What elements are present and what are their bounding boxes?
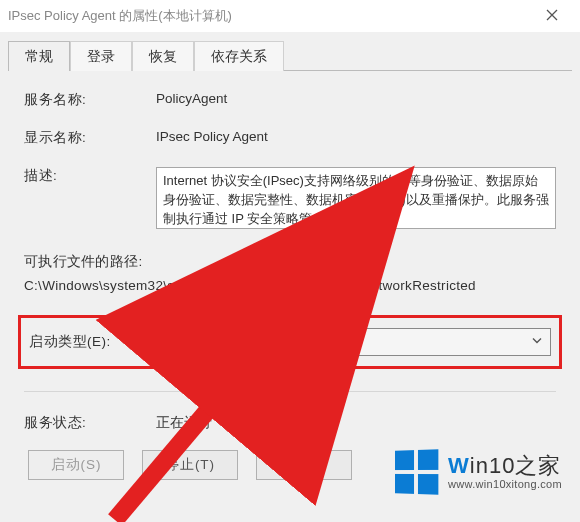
watermark-url: www.win10xitong.com (448, 478, 562, 491)
row-service-name: 服务名称: PolicyAgent (24, 89, 556, 109)
watermark: Win10之家 www.win10xitong.com (394, 450, 562, 494)
value-service-name: PolicyAgent (156, 89, 556, 106)
tab-dependencies[interactable]: 依存关系 (194, 41, 284, 71)
close-button[interactable] (532, 2, 572, 30)
row-executable: 可执行文件的路径: C:\Windows\system32\svchost.ex… (24, 250, 556, 299)
separator (24, 391, 556, 392)
label-display-name: 显示名称: (24, 127, 156, 147)
label-startup-type: 启动类型(E): (29, 333, 161, 351)
start-button[interactable]: 启动(S) (28, 450, 124, 480)
label-service-name: 服务名称: (24, 89, 156, 109)
row-display-name: 显示名称: IPsec Policy Agent (24, 127, 556, 147)
startup-type-select-wrap: 自动 (161, 328, 551, 356)
watermark-brand-rest: in10之家 (470, 453, 562, 478)
row-description: 描述: (24, 165, 556, 232)
row-service-status: 服务状态: 正在运行 (24, 412, 556, 432)
tab-logon[interactable]: 登录 (70, 41, 132, 71)
tabs-container: 常规 登录 恢复 依存关系 服务名称: PolicyAgent 显示名称: IP… (0, 32, 580, 492)
window-title: IPsec Policy Agent 的属性(本地计算机) (8, 7, 532, 25)
close-icon (546, 9, 558, 24)
tab-recovery[interactable]: 恢复 (132, 41, 194, 71)
label-executable: 可执行文件的路径: (24, 250, 556, 274)
startup-type-select[interactable]: 自动 (161, 328, 551, 356)
watermark-brand-initial: W (448, 453, 470, 478)
titlebar: IPsec Policy Agent 的属性(本地计算机) (0, 0, 580, 32)
tab-strip: 常规 登录 恢复 依存关系 (8, 40, 572, 71)
windows-logo-icon (395, 449, 438, 494)
watermark-text: Win10之家 www.win10xitong.com (448, 453, 562, 491)
label-service-status: 服务状态: (24, 412, 156, 432)
general-panel: 服务名称: PolicyAgent 显示名称: IPsec Policy Age… (8, 71, 572, 492)
value-description-wrap (156, 165, 556, 232)
pause-button[interactable]: 暂停 (256, 450, 352, 480)
description-textarea[interactable] (156, 167, 556, 229)
watermark-brand: Win10之家 (448, 453, 562, 478)
row-startup-type: 启动类型(E): 自动 (18, 315, 562, 369)
properties-dialog: IPsec Policy Agent 的属性(本地计算机) 常规 登录 恢复 依… (0, 0, 580, 522)
value-service-status: 正在运行 (156, 412, 556, 432)
label-description: 描述: (24, 165, 156, 185)
stop-button[interactable]: 停止(T) (142, 450, 238, 480)
tab-general[interactable]: 常规 (8, 41, 70, 71)
value-executable: C:\Windows\system32\svchost.exe -k Netwo… (24, 274, 556, 298)
value-display-name: IPsec Policy Agent (156, 127, 556, 144)
